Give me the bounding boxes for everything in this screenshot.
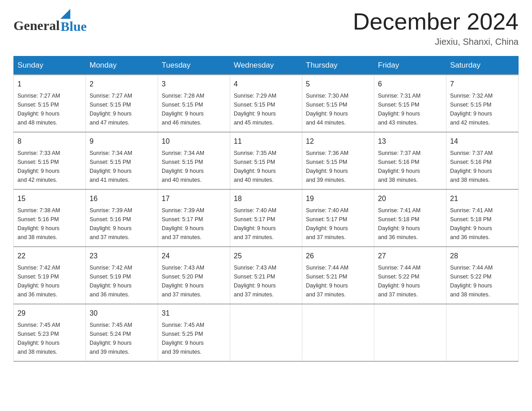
calendar-week-row: 29Sunrise: 7:45 AMSunset: 5:23 PMDayligh…	[14, 304, 519, 361]
calendar-cell: 7Sunrise: 7:32 AMSunset: 5:15 PMDaylight…	[446, 75, 519, 132]
day-number: 25	[234, 251, 298, 261]
day-info: Sunrise: 7:29 AMSunset: 5:15 PMDaylight:…	[234, 91, 298, 127]
day-info: Sunrise: 7:42 AMSunset: 5:19 PMDaylight:…	[90, 263, 154, 299]
header-saturday: Saturday	[446, 56, 519, 75]
logo-blue-text: Blue	[60, 20, 86, 33]
day-number: 27	[378, 251, 442, 261]
day-info: Sunrise: 7:30 AMSunset: 5:15 PMDaylight:…	[306, 91, 370, 127]
day-number: 31	[162, 308, 226, 319]
calendar-cell: 22Sunrise: 7:42 AMSunset: 5:19 PMDayligh…	[14, 247, 86, 304]
day-number: 19	[306, 193, 370, 204]
calendar-cell: 8Sunrise: 7:33 AMSunset: 5:15 PMDaylight…	[14, 132, 86, 189]
calendar-cell: 24Sunrise: 7:43 AMSunset: 5:20 PMDayligh…	[158, 247, 230, 304]
calendar-week-row: 22Sunrise: 7:42 AMSunset: 5:19 PMDayligh…	[14, 247, 519, 304]
day-number: 10	[162, 136, 226, 147]
calendar-week-row: 1Sunrise: 7:27 AMSunset: 5:15 PMDaylight…	[14, 75, 519, 132]
day-info: Sunrise: 7:41 AMSunset: 5:18 PMDaylight:…	[450, 206, 515, 242]
day-number: 24	[162, 251, 226, 261]
calendar-cell: 15Sunrise: 7:38 AMSunset: 5:16 PMDayligh…	[14, 189, 86, 247]
day-number: 4	[234, 79, 298, 90]
calendar-header-row: SundayMondayTuesdayWednesdayThursdayFrid…	[14, 56, 519, 75]
calendar-cell: 21Sunrise: 7:41 AMSunset: 5:18 PMDayligh…	[446, 189, 519, 247]
day-info: Sunrise: 7:37 AMSunset: 5:16 PMDaylight:…	[450, 149, 515, 184]
calendar-cell	[446, 304, 519, 361]
calendar-cell: 19Sunrise: 7:40 AMSunset: 5:17 PMDayligh…	[302, 189, 374, 247]
header-tuesday: Tuesday	[158, 56, 230, 75]
day-number: 2	[90, 79, 154, 90]
day-info: Sunrise: 7:40 AMSunset: 5:17 PMDaylight:…	[306, 206, 370, 242]
day-info: Sunrise: 7:34 AMSunset: 5:15 PMDaylight:…	[90, 149, 154, 184]
calendar-cell: 17Sunrise: 7:39 AMSunset: 5:17 PMDayligh…	[158, 189, 230, 247]
calendar-cell: 11Sunrise: 7:35 AMSunset: 5:15 PMDayligh…	[230, 132, 302, 189]
calendar-cell: 5Sunrise: 7:30 AMSunset: 5:15 PMDaylight…	[302, 75, 374, 132]
day-info: Sunrise: 7:35 AMSunset: 5:15 PMDaylight:…	[234, 149, 298, 184]
day-number: 5	[306, 79, 370, 90]
day-info: Sunrise: 7:41 AMSunset: 5:18 PMDaylight:…	[378, 206, 442, 242]
day-info: Sunrise: 7:39 AMSunset: 5:16 PMDaylight:…	[90, 206, 154, 242]
day-info: Sunrise: 7:27 AMSunset: 5:15 PMDaylight:…	[17, 91, 82, 127]
title-area: December 2024 Jiexiu, Shanxi, China	[353, 9, 519, 47]
day-info: Sunrise: 7:40 AMSunset: 5:17 PMDaylight:…	[234, 206, 298, 242]
day-number: 14	[450, 136, 515, 147]
day-info: Sunrise: 7:36 AMSunset: 5:15 PMDaylight:…	[306, 149, 370, 184]
day-info: Sunrise: 7:43 AMSunset: 5:20 PMDaylight:…	[162, 263, 226, 299]
calendar-week-row: 8Sunrise: 7:33 AMSunset: 5:15 PMDaylight…	[14, 132, 519, 189]
day-info: Sunrise: 7:44 AMSunset: 5:21 PMDaylight:…	[306, 263, 370, 299]
day-number: 22	[17, 251, 82, 261]
day-number: 28	[450, 251, 515, 261]
day-number: 23	[90, 251, 154, 261]
day-number: 26	[306, 251, 370, 261]
calendar-cell: 31Sunrise: 7:45 AMSunset: 5:25 PMDayligh…	[158, 304, 230, 361]
calendar-cell: 25Sunrise: 7:43 AMSunset: 5:21 PMDayligh…	[230, 247, 302, 304]
calendar-cell	[230, 304, 302, 361]
day-number: 20	[378, 193, 442, 204]
day-number: 29	[17, 308, 82, 319]
day-info: Sunrise: 7:45 AMSunset: 5:23 PMDaylight:…	[17, 321, 82, 356]
day-number: 7	[450, 79, 515, 90]
day-info: Sunrise: 7:44 AMSunset: 5:22 PMDaylight:…	[378, 263, 442, 299]
logo: General Blue	[13, 9, 87, 33]
calendar-cell: 18Sunrise: 7:40 AMSunset: 5:17 PMDayligh…	[230, 189, 302, 247]
day-info: Sunrise: 7:33 AMSunset: 5:15 PMDaylight:…	[17, 149, 82, 184]
day-info: Sunrise: 7:37 AMSunset: 5:16 PMDaylight:…	[378, 149, 442, 184]
calendar-cell	[302, 304, 374, 361]
day-info: Sunrise: 7:32 AMSunset: 5:15 PMDaylight:…	[450, 91, 515, 127]
day-info: Sunrise: 7:42 AMSunset: 5:19 PMDaylight:…	[17, 263, 82, 299]
logo-right-section: Blue	[60, 9, 86, 33]
month-title: December 2024	[353, 9, 519, 34]
day-number: 21	[450, 193, 515, 204]
calendar-cell: 26Sunrise: 7:44 AMSunset: 5:21 PMDayligh…	[302, 247, 374, 304]
day-number: 13	[378, 136, 442, 147]
day-number: 8	[17, 136, 82, 147]
calendar-cell: 3Sunrise: 7:28 AMSunset: 5:15 PMDaylight…	[158, 75, 230, 132]
svg-marker-0	[60, 9, 70, 19]
calendar-cell: 30Sunrise: 7:45 AMSunset: 5:24 PMDayligh…	[86, 304, 158, 361]
header-friday: Friday	[374, 56, 446, 75]
calendar-cell: 16Sunrise: 7:39 AMSunset: 5:16 PMDayligh…	[86, 189, 158, 247]
calendar-cell: 4Sunrise: 7:29 AMSunset: 5:15 PMDaylight…	[230, 75, 302, 132]
day-number: 17	[162, 193, 226, 204]
day-number: 16	[90, 193, 154, 204]
calendar-cell: 2Sunrise: 7:27 AMSunset: 5:15 PMDaylight…	[86, 75, 158, 132]
day-info: Sunrise: 7:45 AMSunset: 5:24 PMDaylight:…	[90, 321, 154, 356]
day-info: Sunrise: 7:45 AMSunset: 5:25 PMDaylight:…	[162, 321, 226, 356]
header-sunday: Sunday	[14, 56, 86, 75]
calendar-cell: 12Sunrise: 7:36 AMSunset: 5:15 PMDayligh…	[302, 132, 374, 189]
calendar-week-row: 15Sunrise: 7:38 AMSunset: 5:16 PMDayligh…	[14, 189, 519, 247]
calendar-cell: 1Sunrise: 7:27 AMSunset: 5:15 PMDaylight…	[14, 75, 86, 132]
calendar-table: SundayMondayTuesdayWednesdayThursdayFrid…	[13, 56, 519, 362]
calendar-cell: 9Sunrise: 7:34 AMSunset: 5:15 PMDaylight…	[86, 132, 158, 189]
day-number: 15	[17, 193, 82, 204]
calendar-cell: 27Sunrise: 7:44 AMSunset: 5:22 PMDayligh…	[374, 247, 446, 304]
day-number: 1	[17, 79, 82, 90]
calendar-cell	[374, 304, 446, 361]
calendar-cell: 23Sunrise: 7:42 AMSunset: 5:19 PMDayligh…	[86, 247, 158, 304]
day-info: Sunrise: 7:27 AMSunset: 5:15 PMDaylight:…	[90, 91, 154, 127]
day-number: 11	[234, 136, 298, 147]
location: Jiexiu, Shanxi, China	[353, 37, 519, 47]
day-number: 6	[378, 79, 442, 90]
day-info: Sunrise: 7:31 AMSunset: 5:15 PMDaylight:…	[378, 91, 442, 127]
day-number: 30	[90, 308, 154, 319]
logo-triangle-icon	[60, 9, 70, 19]
logo-general-text: General	[13, 18, 60, 33]
